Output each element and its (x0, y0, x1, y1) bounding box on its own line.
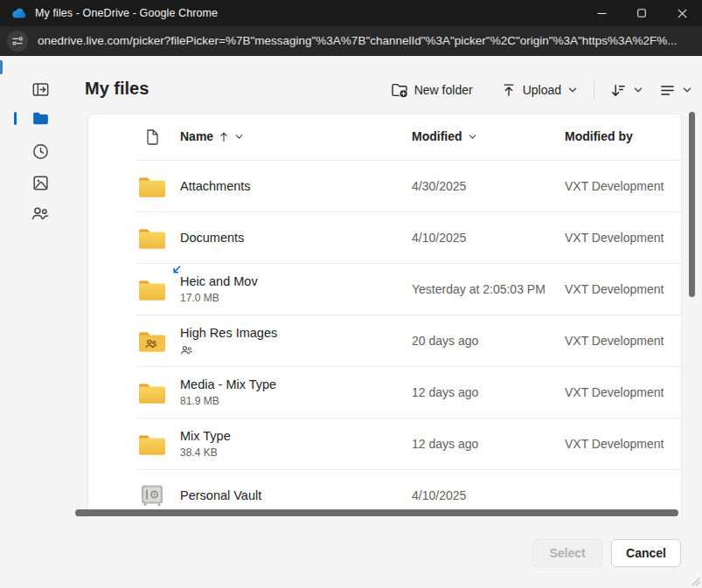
folder-icon (138, 174, 166, 197)
vertical-scrollbar[interactable] (689, 112, 695, 297)
sort-ascending-arrow-icon (219, 131, 229, 142)
folder-icon (138, 225, 166, 249)
table-row[interactable]: High Res Images 20 days ago VXT Developm… (88, 315, 681, 366)
toolbar-divider (594, 81, 594, 99)
chevron-down-icon (234, 132, 244, 142)
file-name: Personal Vault (180, 488, 403, 503)
new-folder-label: New folder (414, 83, 473, 97)
file-modified-by: VXT Development (565, 315, 678, 366)
folder-icon (31, 109, 50, 128)
upload-button[interactable]: Upload (497, 80, 581, 100)
sidebar-item-expand-navigation[interactable] (21, 76, 59, 102)
personal-vault-icon (140, 483, 164, 507)
new-folder-icon (391, 81, 408, 99)
file-name: Heic and Mov (180, 273, 403, 289)
clock-icon (31, 142, 50, 161)
file-meta: 17.0 MB (180, 292, 403, 304)
onedrive-cloud-icon (11, 8, 26, 18)
page-title: My files (85, 79, 149, 99)
tune-icon (11, 35, 24, 47)
url-text[interactable]: onedrive.live.com/picker?filePicker=%7B"… (38, 34, 678, 47)
table-row[interactable]: Attachments 4/30/2025 VXT Development (88, 160, 681, 211)
chevron-down-icon (567, 85, 578, 95)
site-settings-button[interactable] (7, 31, 28, 52)
command-bar: New folder Upload (387, 80, 696, 100)
chevron-down-icon (682, 85, 692, 95)
shared-folder-icon (138, 329, 166, 352)
file-modified-by: VXT Development (565, 160, 678, 211)
file-modified-by: VXT Development (565, 211, 678, 263)
resize-gripper-icon[interactable] (690, 576, 700, 586)
table-row[interactable]: Heic and Mov 17.0 MB Yesterday at 2:05:0… (88, 263, 681, 315)
browser-address-bar: onedrive.live.com/picker?filePicker=%7B"… (0, 26, 702, 56)
chevron-down-icon (633, 85, 643, 95)
navigation-rail (0, 56, 87, 588)
chevron-down-icon (468, 132, 477, 142)
file-name: Mix Type (180, 428, 403, 444)
maximize-button[interactable] (622, 0, 662, 26)
close-button[interactable] (662, 0, 702, 26)
sidebar-item-recent[interactable] (21, 138, 59, 164)
file-meta: 38.4 KB (180, 446, 403, 459)
file-name: Documents (180, 230, 403, 246)
panel-open-icon (31, 80, 50, 99)
file-name: High Res Images (180, 325, 403, 341)
sidebar-item-photos[interactable] (21, 169, 59, 196)
file-modified: 4/10/2025 (412, 211, 560, 263)
column-header-modified-by[interactable]: Modified by (565, 129, 633, 143)
file-meta (180, 343, 403, 356)
file-name: Attachments (180, 178, 403, 194)
file-type-column-icon (144, 128, 160, 146)
file-modified-by: VXT Development (565, 366, 678, 418)
folder-icon (138, 380, 166, 404)
upload-icon (501, 82, 517, 98)
sidebar-item-my-files[interactable] (21, 105, 59, 131)
file-modified: 4/30/2025 (412, 160, 560, 211)
file-modified: 20 days ago (412, 315, 560, 366)
folder-icon (138, 432, 166, 455)
file-size: 17.0 MB (180, 292, 219, 304)
column-header-name[interactable]: Name (180, 129, 244, 143)
cancel-button[interactable]: Cancel (611, 539, 681, 567)
folder-icon (138, 277, 166, 301)
view-options-button[interactable] (656, 80, 696, 100)
select-button[interactable]: Select (532, 539, 602, 567)
shared-mini-icon (180, 343, 193, 356)
list-view-icon (659, 82, 676, 99)
horizontal-scrollbar[interactable] (75, 509, 678, 516)
image-icon (31, 174, 50, 192)
sort-descending-icon (610, 82, 627, 99)
upload-label: Upload (523, 83, 561, 97)
file-name: Media - Mix Type (180, 377, 403, 392)
window-titlebar: My files - OneDrive - Google Chrome (0, 0, 702, 26)
document-icon (144, 128, 160, 146)
minimize-button[interactable] (581, 0, 622, 26)
file-modified: 12 days ago (412, 366, 560, 418)
table-row[interactable]: Media - Mix Type 81.9 MB 12 days ago VXT… (88, 366, 681, 418)
column-header-modified[interactable]: Modified (412, 129, 477, 143)
nav-selection-indicator (14, 112, 17, 125)
sort-button[interactable] (607, 80, 647, 100)
file-meta: 81.9 MB (180, 395, 403, 407)
table-row[interactable]: Documents 4/10/2025 VXT Development (88, 211, 681, 263)
picker-content: My files New folder Upload (0, 56, 702, 588)
table-header: Name Modified Modified by (88, 114, 681, 160)
file-modified: 12 days ago (412, 418, 560, 469)
window-title: My files - OneDrive - Google Chrome (35, 7, 218, 19)
file-modified: Yesterday at 2:05:03 PM (412, 263, 560, 315)
file-size: 38.4 KB (180, 446, 218, 459)
file-modified-by: VXT Development (565, 418, 678, 469)
file-size: 81.9 MB (180, 395, 219, 407)
file-list-card: Name Modified Modified by (87, 114, 682, 517)
file-rows: Attachments 4/30/2025 VXT Development Do… (88, 160, 681, 517)
people-icon (31, 204, 50, 223)
file-modified-by: VXT Development (565, 263, 678, 315)
table-row[interactable]: Mix Type 38.4 KB 12 days ago VXT Develop… (88, 418, 681, 469)
sidebar-item-shared[interactable] (21, 200, 59, 226)
new-folder-button[interactable]: New folder (387, 80, 476, 100)
